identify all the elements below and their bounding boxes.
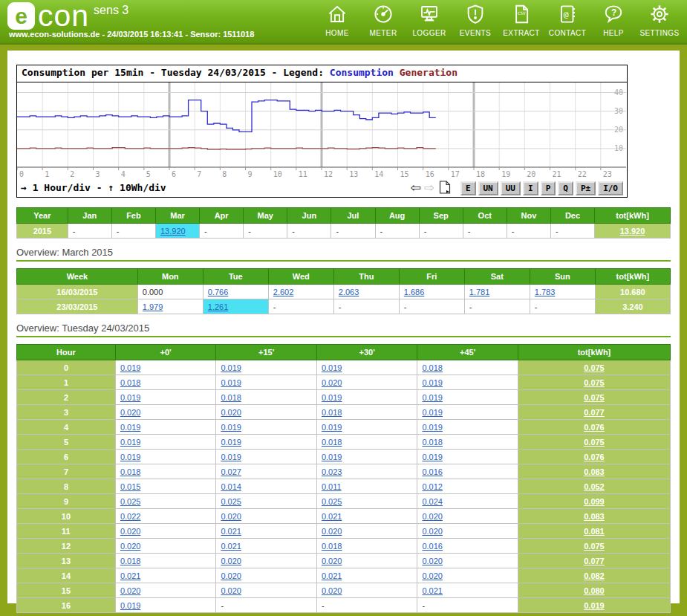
value-link[interactable]: 0.012 bbox=[422, 482, 443, 491]
value-link[interactable]: 0.020 bbox=[422, 571, 443, 580]
value-link[interactable]: 0.076 bbox=[584, 423, 605, 432]
value-link[interactable]: 0.011 bbox=[322, 482, 342, 491]
value-link[interactable]: 0.021 bbox=[422, 586, 443, 595]
value-link[interactable]: 0.083 bbox=[584, 467, 605, 476]
value-link[interactable]: 0.075 bbox=[584, 542, 605, 551]
value-link[interactable]: 0.018 bbox=[221, 393, 241, 402]
chart-mode-button-P[interactable]: P bbox=[541, 181, 556, 195]
next-day-button[interactable]: ⇨ bbox=[424, 181, 434, 194]
value-link[interactable]: 0.020 bbox=[221, 557, 241, 565]
value-link[interactable]: 0.027 bbox=[221, 467, 241, 476]
value-link[interactable]: 0.020 bbox=[422, 527, 443, 536]
value-link[interactable]: 0.018 bbox=[120, 557, 141, 565]
prev-day-button[interactable]: ⇦ bbox=[410, 181, 420, 194]
value-link[interactable]: 0.766 bbox=[208, 288, 229, 296]
value-link[interactable]: 0.018 bbox=[422, 363, 443, 372]
value-link[interactable]: 0.019 bbox=[322, 453, 342, 461]
nav-item-home[interactable]: HOME bbox=[314, 3, 360, 37]
value-link[interactable]: 0.025 bbox=[322, 497, 342, 506]
value-link[interactable]: 0.016 bbox=[422, 542, 443, 551]
value-link[interactable]: 0.025 bbox=[221, 497, 241, 506]
value-link[interactable]: 0.018 bbox=[120, 467, 141, 476]
value-link[interactable]: 0.020 bbox=[422, 557, 443, 565]
value-link[interactable]: 0.020 bbox=[322, 527, 342, 536]
value-link[interactable]: 0.018 bbox=[422, 438, 443, 447]
export-page-icon[interactable] bbox=[439, 181, 451, 194]
value-link[interactable]: 0.075 bbox=[584, 378, 605, 387]
value-link[interactable]: 0.076 bbox=[584, 453, 605, 461]
value-link[interactable]: 0.020 bbox=[221, 512, 241, 521]
value-link[interactable]: 0.015 bbox=[120, 482, 141, 491]
value-link[interactable]: 0.018 bbox=[322, 542, 342, 551]
value-link[interactable]: 0.077 bbox=[584, 408, 605, 417]
value-link[interactable]: 13.920 bbox=[160, 227, 186, 236]
value-link[interactable]: 0.019 bbox=[120, 363, 141, 372]
value-link[interactable]: 0.016 bbox=[422, 467, 443, 476]
value-link[interactable]: 0.081 bbox=[584, 527, 605, 536]
value-link[interactable]: 0.021 bbox=[221, 527, 241, 536]
value-link[interactable]: 0.020 bbox=[120, 542, 141, 551]
nav-item-settings[interactable]: SETTINGS bbox=[636, 3, 683, 37]
nav-item-extract[interactable]: CSV EXTRACT bbox=[498, 3, 544, 37]
value-link[interactable]: 0.018 bbox=[322, 408, 342, 417]
nav-item-events[interactable]: EVENTS bbox=[452, 3, 498, 37]
value-link[interactable]: 0.075 bbox=[584, 438, 605, 447]
nav-item-logger[interactable]: LOGGER bbox=[406, 3, 452, 37]
chart-mode-button-I[interactable]: I bbox=[523, 181, 538, 195]
value-link[interactable]: 0.020 bbox=[322, 586, 342, 595]
chart-mode-button-UN[interactable]: UN bbox=[478, 181, 498, 195]
value-link[interactable]: 0.021 bbox=[221, 542, 241, 551]
chart-mode-button-P[interactable]: P± bbox=[576, 181, 596, 195]
value-link[interactable]: 0.019 bbox=[221, 423, 241, 432]
value-link[interactable]: 0.020 bbox=[221, 571, 241, 580]
value-link[interactable]: 0.019 bbox=[422, 378, 443, 387]
value-link[interactable]: 2.602 bbox=[273, 288, 294, 296]
value-link[interactable]: 0.020 bbox=[322, 557, 342, 565]
value-link[interactable]: 1.781 bbox=[469, 288, 490, 296]
value-link[interactable]: 0.019 bbox=[422, 453, 443, 461]
value-link[interactable]: 1.686 bbox=[404, 288, 425, 296]
value-link[interactable]: 0.018 bbox=[120, 378, 141, 387]
value-link[interactable]: 0.023 bbox=[322, 467, 342, 476]
value-link[interactable]: 0.022 bbox=[120, 512, 141, 521]
value-link[interactable]: 0.019 bbox=[221, 438, 241, 447]
value-link[interactable]: 1.261 bbox=[208, 302, 229, 311]
value-link[interactable]: 0.019 bbox=[120, 393, 141, 402]
chart-mode-button-E[interactable]: E bbox=[460, 181, 476, 195]
value-link[interactable]: 0.021 bbox=[322, 571, 342, 580]
value-link[interactable]: 0.019 bbox=[322, 423, 342, 432]
value-link[interactable]: 0.019 bbox=[422, 393, 443, 402]
value-link[interactable]: 13.920 bbox=[620, 227, 645, 236]
value-link[interactable]: 0.021 bbox=[322, 512, 342, 521]
value-link[interactable]: 0.019 bbox=[422, 423, 443, 432]
value-link[interactable]: 0.019 bbox=[322, 393, 342, 402]
value-link[interactable]: 0.018 bbox=[322, 438, 342, 447]
value-link[interactable]: 2.063 bbox=[339, 288, 359, 296]
value-link[interactable]: 0.019 bbox=[221, 378, 241, 387]
nav-item-contact[interactable]: @ CONTACT bbox=[544, 3, 590, 37]
value-link[interactable]: 0.019 bbox=[120, 453, 141, 461]
value-link[interactable]: 1.783 bbox=[535, 288, 556, 296]
value-link[interactable]: 0.075 bbox=[584, 363, 605, 372]
value-link[interactable]: 0.082 bbox=[584, 571, 605, 580]
value-link[interactable]: 0.080 bbox=[584, 586, 605, 595]
value-link[interactable]: 0.019 bbox=[120, 423, 141, 432]
value-link[interactable]: 0.020 bbox=[120, 408, 141, 417]
value-link[interactable]: 0.019 bbox=[120, 438, 141, 447]
value-link[interactable]: 0.019 bbox=[221, 363, 241, 372]
value-link[interactable]: 1.979 bbox=[143, 302, 163, 311]
value-link[interactable]: 0.020 bbox=[221, 408, 241, 417]
value-link[interactable]: 0.020 bbox=[322, 378, 342, 387]
value-link[interactable]: 0.077 bbox=[584, 557, 605, 565]
value-link[interactable]: 0.083 bbox=[584, 512, 605, 521]
chart-mode-button-Q[interactable]: Q bbox=[558, 181, 573, 195]
chart-mode-button-IO[interactable]: I/O bbox=[598, 181, 623, 195]
value-link[interactable]: 0.019 bbox=[422, 408, 443, 417]
value-link[interactable]: 0.019 bbox=[584, 601, 605, 610]
value-link[interactable]: 0.075 bbox=[584, 393, 605, 402]
value-link[interactable]: 0.020 bbox=[120, 586, 141, 595]
chart-mode-button-UU[interactable]: UU bbox=[501, 181, 521, 195]
value-link[interactable]: 0.025 bbox=[120, 497, 141, 506]
value-link[interactable]: 0.019 bbox=[322, 363, 342, 372]
value-link[interactable]: 0.020 bbox=[120, 527, 141, 536]
